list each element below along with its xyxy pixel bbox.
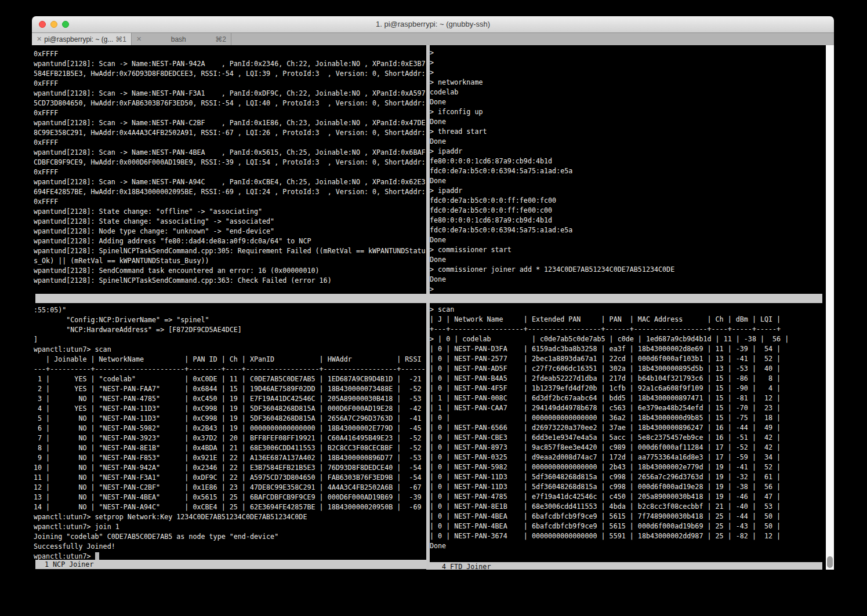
status-label-ncp-joiner: 1 NCP Joiner: [35, 560, 426, 569]
close-tab-icon[interactable]: ✕: [136, 35, 142, 43]
close-tab-icon[interactable]: ✕: [37, 35, 42, 43]
text-cursor: [95, 552, 99, 560]
tab-shortcut: ⌘1: [115, 35, 126, 43]
window-title: 1. pi@raspberrypi: ~ (gnubby-ssh): [32, 16, 834, 32]
minimize-window-button[interactable]: [50, 21, 57, 28]
tab-bash[interactable]: ✕ bash ⌘2: [132, 33, 231, 45]
tab-label: bash: [144, 35, 213, 43]
zoom-window-button[interactable]: [62, 21, 69, 28]
titlebar[interactable]: 1. pi@raspberrypi: ~ (gnubby-ssh): [32, 16, 834, 33]
pane-status-bar-top: 0 wpantund 3 FTD Commissioner: [35, 294, 822, 303]
tab-shortcut: ⌘2: [215, 35, 226, 43]
pane-ncp-joiner[interactable]: :55:05)" "Config:NCP:DriverName" => "spi…: [34, 305, 426, 562]
tab-ssh-session[interactable]: ✕ pi@raspberrypi: ~ (g... ⌘1: [32, 33, 132, 45]
pane-wpantund-log[interactable]: 0xFFFF wpantund[2128]: Scan -> Name:NEST…: [34, 49, 426, 286]
window-controls: [39, 21, 69, 28]
tab-bar: ✕ pi@raspberrypi: ~ (g... ⌘1 ✕ bash ⌘2: [32, 33, 834, 45]
terminal-window: 1. pi@raspberrypi: ~ (gnubby-ssh) ✕ pi@r…: [32, 16, 834, 570]
tab-label: pi@raspberrypi: ~ (g...: [44, 35, 113, 43]
terminal-content: 0xFFFF wpantund[2128]: Scan -> Name:NEST…: [32, 45, 834, 570]
close-window-button[interactable]: [39, 21, 46, 28]
scrollbar[interactable]: [826, 45, 834, 570]
pane-ftd-commissioner[interactable]: > > > > networkname codelab Done > ifcon…: [430, 48, 674, 294]
scrollbar-thumb[interactable]: [827, 556, 833, 568]
status-label-ftd-joiner: 4 FTD Joiner: [430, 562, 822, 570]
pane-ftd-joiner[interactable]: > scan | J | Network Name | Extended PAN…: [430, 305, 789, 551]
